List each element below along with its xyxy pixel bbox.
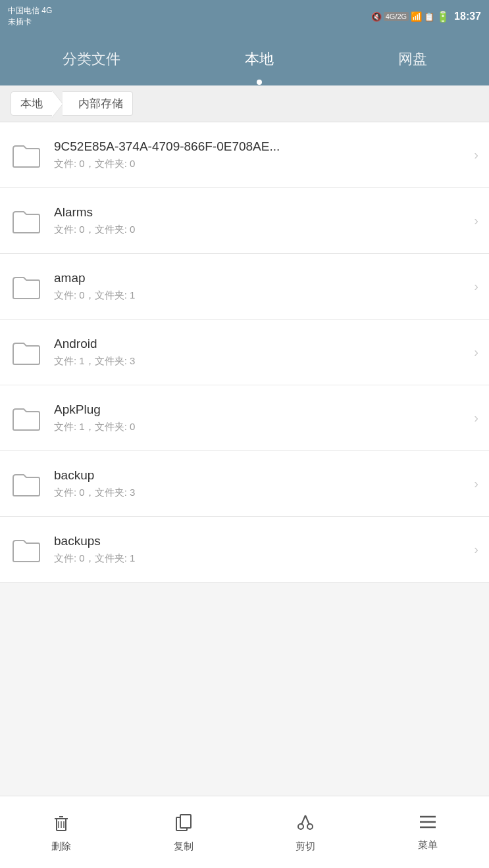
file-info: amap 文件: 0，文件夹: 1 (54, 271, 469, 302)
file-list: 9C52E85A-374A-4709-866F-0E708AE... 文件: 0… (0, 122, 489, 583)
cut-button[interactable]: 剪切 (285, 807, 326, 858)
file-info: backups 文件: 0，文件夹: 1 (54, 534, 469, 565)
folder-icon (11, 205, 42, 237)
menu-icon (418, 813, 438, 835)
list-item[interactable]: 9C52E85A-374A-4709-866F-0E708AE... 文件: 0… (0, 122, 489, 188)
file-info: ApkPlug 文件: 1，文件夹: 0 (54, 402, 469, 433)
chevron-right-icon: › (474, 213, 478, 228)
status-bar: 中国电信 4G 未插卡 🔇 4G/2G 📶 📋 🔋 18:37 (0, 0, 489, 33)
chevron-right-icon: › (474, 476, 478, 491)
copy-button[interactable]: 复制 (163, 807, 204, 858)
file-meta: 文件: 0，文件夹: 0 (54, 158, 469, 170)
carrier-info: 中国电信 4G 未插卡 (8, 5, 52, 28)
tab-cloud[interactable]: 网盘 (385, 43, 440, 76)
list-item[interactable]: backups 文件: 0，文件夹: 1 › (0, 517, 489, 583)
chevron-right-icon: › (474, 542, 478, 557)
signal-icons: 🔇 4G/2G 📶 📋 🔋 18:37 (371, 11, 481, 23)
breadcrumb-local[interactable]: 本地 (11, 91, 53, 116)
clock: 18:37 (454, 11, 481, 22)
battery-icon: 🔋 (436, 11, 450, 23)
chevron-right-icon: › (474, 345, 478, 360)
svg-rect-7 (180, 815, 191, 828)
cut-label: 剪切 (296, 840, 315, 853)
folder-icon (11, 402, 42, 434)
carrier-name: 中国电信 4G (8, 5, 52, 16)
delete-button[interactable]: 删除 (41, 807, 82, 858)
menu-button[interactable]: 菜单 (407, 808, 448, 857)
list-item[interactable]: Alarms 文件: 0，文件夹: 0 › (0, 188, 489, 254)
file-info: Android 文件: 1，文件夹: 3 (54, 337, 469, 368)
scissors-icon (296, 812, 315, 836)
sim-card-icon: 📋 (424, 12, 434, 22)
svg-line-11 (305, 815, 309, 825)
file-list-container: 9C52E85A-374A-4709-866F-0E708AE... 文件: 0… (0, 122, 489, 796)
folder-icon (11, 534, 42, 566)
list-item[interactable]: Android 文件: 1，文件夹: 3 › (0, 320, 489, 385)
file-meta: 文件: 0，文件夹: 0 (54, 224, 469, 236)
trash-icon (51, 812, 71, 836)
folder-icon (11, 139, 42, 171)
tab-classified[interactable]: 分类文件 (49, 43, 134, 76)
breadcrumb-internal[interactable]: 内部存储 (63, 91, 133, 116)
file-name: 9C52E85A-374A-4709-866F-0E708AE... (54, 139, 469, 154)
file-info: backup 文件: 0，文件夹: 3 (54, 468, 469, 499)
svg-point-8 (298, 824, 303, 829)
file-name: ApkPlug (54, 402, 469, 417)
file-meta: 文件: 1，文件夹: 3 (54, 355, 469, 368)
file-name: backup (54, 468, 469, 483)
bottom-toolbar: 删除 复制 剪切 菜单 (0, 796, 489, 868)
list-item[interactable]: ApkPlug 文件: 1，文件夹: 0 › (0, 385, 489, 451)
file-meta: 文件: 1，文件夹: 0 (54, 421, 469, 433)
file-name: amap (54, 271, 469, 285)
list-item[interactable]: amap 文件: 0，文件夹: 1 › (0, 254, 489, 320)
file-info: 9C52E85A-374A-4709-866F-0E708AE... 文件: 0… (54, 139, 469, 170)
tab-local[interactable]: 本地 (232, 43, 287, 76)
mute-icon: 🔇 (371, 12, 382, 22)
signal-bars-icon: 📶 (411, 11, 422, 22)
file-meta: 文件: 0，文件夹: 3 (54, 487, 469, 499)
file-name: backups (54, 534, 469, 548)
svg-line-10 (301, 815, 305, 825)
svg-point-9 (307, 824, 313, 829)
file-meta: 文件: 0，文件夹: 1 (54, 552, 469, 565)
folder-icon (11, 337, 42, 368)
folder-icon (11, 271, 42, 302)
file-name: Android (54, 337, 469, 351)
menu-label: 菜单 (418, 839, 438, 852)
list-item[interactable]: backup 文件: 0，文件夹: 3 › (0, 451, 489, 517)
chevron-right-icon: › (474, 147, 478, 162)
sim-status: 未插卡 (8, 16, 52, 28)
file-meta: 文件: 0，文件夹: 1 (54, 289, 469, 302)
chevron-right-icon: › (474, 279, 478, 294)
folder-icon (11, 468, 42, 500)
file-name: Alarms (54, 205, 469, 220)
breadcrumb: 本地 内部存储 (0, 85, 489, 122)
network-type: 4G/2G (384, 12, 409, 21)
delete-label: 删除 (51, 840, 71, 853)
copy-icon (174, 812, 193, 836)
file-info: Alarms 文件: 0，文件夹: 0 (54, 205, 469, 236)
chevron-right-icon: › (474, 410, 478, 425)
copy-label: 复制 (174, 840, 193, 853)
header-tabs: 分类文件 本地 网盘 (0, 33, 489, 85)
